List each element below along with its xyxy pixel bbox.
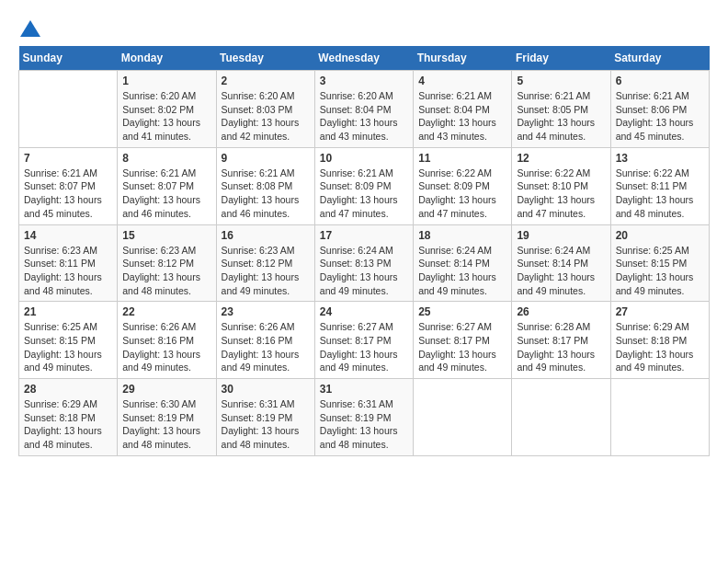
calendar-cell: 29Sunrise: 6:30 AM Sunset: 8:19 PM Dayli… — [118, 379, 216, 456]
calendar-cell: 8Sunrise: 6:21 AM Sunset: 8:07 PM Daylig… — [118, 147, 216, 224]
day-number: 16 — [222, 229, 310, 242]
cell-content: Sunrise: 6:25 AM Sunset: 8:15 PM Dayligh… — [616, 244, 704, 298]
day-number: 24 — [320, 305, 408, 318]
calendar-cell: 6Sunrise: 6:21 AM Sunset: 8:06 PM Daylig… — [610, 71, 709, 148]
cell-content: Sunrise: 6:31 AM Sunset: 8:19 PM Dayligh… — [222, 397, 310, 452]
calendar-cell: 30Sunrise: 6:31 AM Sunset: 8:19 PM Dayli… — [216, 379, 314, 456]
day-number: 9 — [222, 152, 310, 165]
calendar-week-row: 14Sunrise: 6:23 AM Sunset: 8:11 PM Dayli… — [19, 224, 710, 302]
day-number: 19 — [517, 229, 605, 242]
calendar-cell: 24Sunrise: 6:27 AM Sunset: 8:17 PM Dayli… — [314, 302, 413, 379]
calendar-cell: 19Sunrise: 6:24 AM Sunset: 8:14 PM Dayli… — [512, 224, 610, 302]
cell-content: Sunrise: 6:21 AM Sunset: 8:05 PM Dayligh… — [517, 89, 605, 144]
calendar-cell: 25Sunrise: 6:27 AM Sunset: 8:17 PM Dayli… — [414, 302, 512, 379]
calendar-week-row: 1Sunrise: 6:20 AM Sunset: 8:02 PM Daylig… — [19, 71, 710, 148]
calendar-cell: 3Sunrise: 6:20 AM Sunset: 8:04 PM Daylig… — [314, 71, 413, 148]
day-number: 30 — [222, 383, 310, 396]
cell-content: Sunrise: 6:23 AM Sunset: 8:12 PM Dayligh… — [122, 244, 210, 298]
calendar-cell: 2Sunrise: 6:20 AM Sunset: 8:03 PM Daylig… — [216, 71, 314, 148]
calendar-body: 1Sunrise: 6:20 AM Sunset: 8:02 PM Daylig… — [19, 71, 710, 456]
cell-content: Sunrise: 6:25 AM Sunset: 8:15 PM Dayligh… — [24, 320, 112, 374]
cell-content: Sunrise: 6:20 AM Sunset: 8:02 PM Dayligh… — [122, 89, 210, 144]
cell-content: Sunrise: 6:29 AM Sunset: 8:18 PM Dayligh… — [616, 320, 704, 374]
day-number: 15 — [122, 229, 210, 242]
day-number: 12 — [517, 152, 605, 165]
calendar-cell: 1Sunrise: 6:20 AM Sunset: 8:02 PM Daylig… — [118, 71, 216, 148]
cell-content: Sunrise: 6:30 AM Sunset: 8:19 PM Dayligh… — [122, 397, 210, 452]
cell-content: Sunrise: 6:22 AM Sunset: 8:10 PM Dayligh… — [517, 167, 605, 221]
weekday-header-row: SundayMondayTuesdayWednesdayThursdayFrid… — [19, 46, 710, 71]
calendar-cell — [610, 379, 709, 456]
calendar-cell: 27Sunrise: 6:29 AM Sunset: 8:18 PM Dayli… — [610, 302, 709, 379]
calendar-week-row: 21Sunrise: 6:25 AM Sunset: 8:15 PM Dayli… — [19, 302, 710, 379]
day-number: 14 — [24, 229, 112, 242]
logo — [18, 18, 40, 37]
calendar-cell: 4Sunrise: 6:21 AM Sunset: 8:04 PM Daylig… — [414, 71, 512, 148]
calendar-cell: 9Sunrise: 6:21 AM Sunset: 8:08 PM Daylig… — [216, 147, 314, 224]
day-number: 4 — [418, 75, 506, 87]
cell-content: Sunrise: 6:24 AM Sunset: 8:13 PM Dayligh… — [320, 244, 408, 298]
cell-content: Sunrise: 6:23 AM Sunset: 8:11 PM Dayligh… — [24, 244, 112, 298]
calendar-cell: 23Sunrise: 6:26 AM Sunset: 8:16 PM Dayli… — [216, 302, 314, 379]
calendar-cell: 12Sunrise: 6:22 AM Sunset: 8:10 PM Dayli… — [512, 147, 610, 224]
calendar-cell: 14Sunrise: 6:23 AM Sunset: 8:11 PM Dayli… — [19, 224, 118, 302]
calendar-cell: 22Sunrise: 6:26 AM Sunset: 8:16 PM Dayli… — [118, 302, 216, 379]
weekday-header-sunday: Sunday — [19, 46, 118, 71]
cell-content: Sunrise: 6:22 AM Sunset: 8:09 PM Dayligh… — [418, 167, 506, 221]
day-number: 29 — [122, 383, 210, 396]
day-number: 28 — [24, 383, 112, 396]
day-number: 10 — [320, 152, 408, 165]
cell-content: Sunrise: 6:31 AM Sunset: 8:19 PM Dayligh… — [320, 397, 408, 452]
day-number: 3 — [320, 75, 408, 87]
day-number: 11 — [418, 152, 506, 165]
cell-content: Sunrise: 6:21 AM Sunset: 8:07 PM Dayligh… — [24, 167, 112, 221]
cell-content: Sunrise: 6:23 AM Sunset: 8:12 PM Dayligh… — [222, 244, 310, 298]
calendar-cell: 5Sunrise: 6:21 AM Sunset: 8:05 PM Daylig… — [512, 71, 610, 148]
cell-content: Sunrise: 6:20 AM Sunset: 8:03 PM Dayligh… — [222, 89, 310, 144]
calendar-cell: 31Sunrise: 6:31 AM Sunset: 8:19 PM Dayli… — [314, 379, 413, 456]
cell-content: Sunrise: 6:24 AM Sunset: 8:14 PM Dayligh… — [418, 244, 506, 298]
calendar-cell: 21Sunrise: 6:25 AM Sunset: 8:15 PM Dayli… — [19, 302, 118, 379]
weekday-header-friday: Friday — [512, 46, 610, 71]
cell-content: Sunrise: 6:21 AM Sunset: 8:04 PM Dayligh… — [418, 89, 506, 144]
weekday-header-thursday: Thursday — [414, 46, 512, 71]
cell-content: Sunrise: 6:20 AM Sunset: 8:04 PM Dayligh… — [320, 89, 408, 144]
header — [18, 18, 710, 37]
svg-marker-0 — [20, 20, 40, 37]
calendar-cell: 18Sunrise: 6:24 AM Sunset: 8:14 PM Dayli… — [414, 224, 512, 302]
calendar-cell: 10Sunrise: 6:21 AM Sunset: 8:09 PM Dayli… — [314, 147, 413, 224]
day-number: 21 — [24, 305, 112, 318]
day-number: 26 — [517, 305, 605, 318]
day-number: 27 — [616, 305, 704, 318]
calendar-cell — [19, 71, 118, 148]
weekday-header-saturday: Saturday — [610, 46, 709, 71]
day-number: 6 — [616, 75, 704, 87]
cell-content: Sunrise: 6:26 AM Sunset: 8:16 PM Dayligh… — [122, 320, 210, 374]
cell-content: Sunrise: 6:24 AM Sunset: 8:14 PM Dayligh… — [517, 244, 605, 298]
calendar-cell: 11Sunrise: 6:22 AM Sunset: 8:09 PM Dayli… — [414, 147, 512, 224]
day-number: 22 — [122, 305, 210, 318]
day-number: 25 — [418, 305, 506, 318]
cell-content: Sunrise: 6:26 AM Sunset: 8:16 PM Dayligh… — [222, 320, 310, 374]
calendar-cell: 7Sunrise: 6:21 AM Sunset: 8:07 PM Daylig… — [19, 147, 118, 224]
cell-content: Sunrise: 6:27 AM Sunset: 8:17 PM Dayligh… — [320, 320, 408, 374]
cell-content: Sunrise: 6:28 AM Sunset: 8:17 PM Dayligh… — [517, 320, 605, 374]
cell-content: Sunrise: 6:22 AM Sunset: 8:11 PM Dayligh… — [616, 167, 704, 221]
calendar-cell: 16Sunrise: 6:23 AM Sunset: 8:12 PM Dayli… — [216, 224, 314, 302]
day-number: 18 — [418, 229, 506, 242]
logo-triangle-icon — [20, 20, 40, 37]
calendar-cell — [512, 379, 610, 456]
calendar-cell: 13Sunrise: 6:22 AM Sunset: 8:11 PM Dayli… — [610, 147, 709, 224]
weekday-header-monday: Monday — [118, 46, 216, 71]
day-number: 20 — [616, 229, 704, 242]
day-number: 1 — [122, 75, 210, 87]
weekday-header-wednesday: Wednesday — [314, 46, 413, 71]
calendar-cell: 26Sunrise: 6:28 AM Sunset: 8:17 PM Dayli… — [512, 302, 610, 379]
calendar-cell: 17Sunrise: 6:24 AM Sunset: 8:13 PM Dayli… — [314, 224, 413, 302]
calendar-cell: 15Sunrise: 6:23 AM Sunset: 8:12 PM Dayli… — [118, 224, 216, 302]
calendar-cell — [414, 379, 512, 456]
day-number: 7 — [24, 152, 112, 165]
day-number: 8 — [122, 152, 210, 165]
day-number: 13 — [616, 152, 704, 165]
calendar-week-row: 7Sunrise: 6:21 AM Sunset: 8:07 PM Daylig… — [19, 147, 710, 224]
